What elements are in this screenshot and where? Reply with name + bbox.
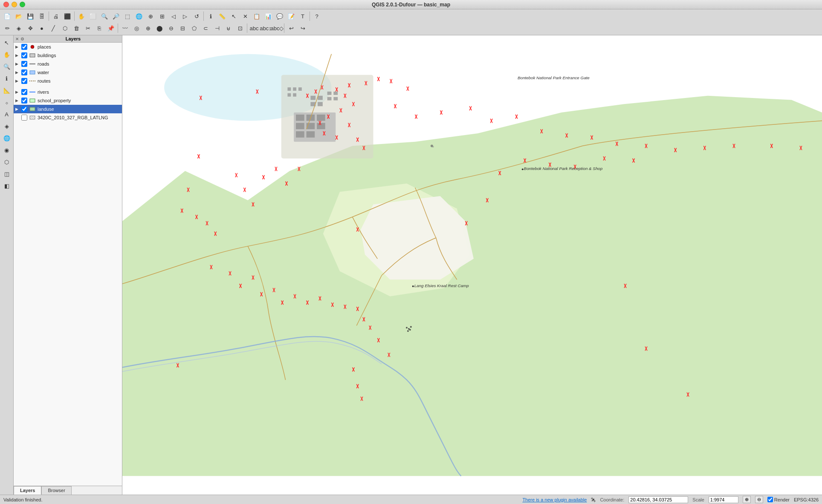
capture-point-button[interactable]: ● <box>36 23 47 34</box>
minimize-button[interactable] <box>12 2 17 7</box>
layer-item-landuse[interactable]: ▶ landuse <box>14 105 122 113</box>
panel-options-button[interactable]: ⚙ <box>20 37 24 41</box>
map-area[interactable]: Bontebok National Park Entrance Gate Bon… <box>122 35 822 495</box>
layer-item-buildings[interactable]: ▶ buildings <box>14 51 122 60</box>
annotation-button[interactable]: 📝 <box>286 11 297 22</box>
expand-icon-rivers[interactable]: ▶ <box>15 90 20 94</box>
layer-checkbox-rivers[interactable] <box>21 89 27 95</box>
help-button[interactable]: ? <box>311 11 322 22</box>
layer-checkbox-water[interactable] <box>21 69 27 75</box>
layer-item-water[interactable]: ▶ water <box>14 68 122 77</box>
zoom-out-scale-button[interactable]: ⊖ <box>755 496 763 503</box>
left-label-button[interactable]: A <box>1 109 12 120</box>
open-button[interactable]: 📂 <box>13 11 24 22</box>
split-features-button[interactable]: ⊣ <box>211 23 223 34</box>
undo-button[interactable]: ↩ <box>286 23 297 34</box>
reshape-button[interactable]: ⬠ <box>188 23 200 34</box>
left-select-button[interactable]: ↖ <box>1 37 12 48</box>
save-as-button[interactable]: 🗄 <box>36 11 47 22</box>
redo-button[interactable]: ↪ <box>297 23 308 34</box>
fill-ring-button[interactable]: ⬤ <box>154 23 165 34</box>
pan-button[interactable]: ✋ <box>76 11 87 22</box>
node-tool-button[interactable]: ◈ <box>13 23 24 34</box>
stats-button[interactable]: 📊 <box>263 11 274 22</box>
new-project-button[interactable]: 📄 <box>2 11 13 22</box>
zoom-full-button[interactable]: 🌐 <box>133 11 145 22</box>
offset-curve-button[interactable]: ⊂ <box>200 23 211 34</box>
select-button[interactable]: ↖ <box>228 11 239 22</box>
left-3d-button[interactable]: 🌐 <box>1 132 12 144</box>
delete-ring-button[interactable]: ⊖ <box>165 23 177 34</box>
layer-checkbox-landuse[interactable] <box>21 106 27 112</box>
label-button[interactable]: T <box>297 11 308 22</box>
zoom-selection-button[interactable]: ⊞ <box>156 11 168 22</box>
layer-checkbox-raster[interactable] <box>21 115 27 121</box>
zoom-layer-button[interactable]: ⊕ <box>145 11 156 22</box>
left-diagram-button[interactable]: ◈ <box>1 121 12 132</box>
left-node-button[interactable]: ◫ <box>1 168 12 179</box>
left-identify-button[interactable]: ℹ <box>1 73 12 84</box>
map-tips-button[interactable]: 💬 <box>274 11 285 22</box>
expand-icon-landuse[interactable]: ▶ <box>15 107 20 111</box>
layer-item-routes[interactable]: ▶ routes <box>14 77 122 85</box>
left-select2-button[interactable]: ◧ <box>1 180 12 191</box>
maximize-button[interactable] <box>20 2 25 7</box>
tab-browser[interactable]: Browser <box>41 486 71 495</box>
identify-button[interactable]: ℹ <box>205 11 216 22</box>
render-checkbox[interactable] <box>767 497 773 502</box>
merge-button[interactable]: ⊌ <box>223 23 234 34</box>
zoom-to-scale-button[interactable]: ⊕ <box>743 496 751 503</box>
left-measure-button[interactable]: 📐 <box>1 85 12 96</box>
panel-close-button[interactable]: ✕ <box>15 37 19 41</box>
plugin-available-link[interactable]: There is a new plugin available <box>522 497 587 502</box>
refresh-button[interactable]: ↺ <box>191 11 202 22</box>
close-button[interactable] <box>3 2 9 7</box>
zoom-rubber-band-button[interactable]: ⬚ <box>122 11 133 22</box>
expand-icon-roads[interactable]: ▶ <box>15 62 20 66</box>
capture-line-button[interactable]: ╱ <box>48 23 59 34</box>
copy-features-button[interactable]: ⎘ <box>94 23 105 34</box>
delete-part-button[interactable]: ⊟ <box>177 23 188 34</box>
zoom-previous-button[interactable]: ◁ <box>168 11 179 22</box>
expand-icon-routes[interactable]: ▶ <box>15 79 20 83</box>
left-zoom-in-button[interactable]: 🔍 <box>1 61 12 72</box>
scale-input[interactable] <box>709 496 738 503</box>
layer-item-rivers[interactable]: ▶ rivers <box>14 88 122 96</box>
pan-map-button[interactable]: ⬜ <box>87 11 98 22</box>
print-composer-button[interactable]: ⬛ <box>62 11 73 22</box>
zoom-in-button[interactable]: 🔍 <box>99 11 110 22</box>
left-pan-button[interactable]: ✋ <box>1 49 12 60</box>
layer-checkbox-buildings[interactable] <box>21 52 27 58</box>
cut-features-button[interactable]: ✂ <box>82 23 93 34</box>
layer-item-places[interactable]: ▶ places <box>14 43 122 51</box>
layer-checkbox-routes[interactable] <box>21 78 27 84</box>
add-ring-button[interactable]: ◎ <box>131 23 142 34</box>
move-button[interactable]: ✥ <box>25 23 36 34</box>
label-edit-button[interactable]: abc <box>249 23 260 34</box>
layer-checkbox-roads[interactable] <box>21 61 27 67</box>
expand-icon-water[interactable]: ▶ <box>15 70 20 75</box>
paste-features-button[interactable]: 📌 <box>105 23 116 34</box>
capture-polygon-button[interactable]: ⬡ <box>59 23 70 34</box>
layer-item-school-property[interactable]: ▶ school_property <box>14 96 122 105</box>
add-part-button[interactable]: ⊕ <box>142 23 153 34</box>
expand-icon-school-property[interactable]: ▶ <box>15 98 20 103</box>
open-table-button[interactable]: 📋 <box>251 11 262 22</box>
save-button[interactable]: 💾 <box>25 11 36 22</box>
left-gps-button[interactable]: ◉ <box>1 144 12 156</box>
tab-layers[interactable]: Layers <box>14 486 41 495</box>
expand-icon-places[interactable]: ▶ <box>15 45 20 49</box>
expand-icon-buildings[interactable]: ▶ <box>15 53 20 58</box>
left-feature-button[interactable]: ⬦ <box>1 97 12 108</box>
measure-button[interactable]: 📏 <box>217 11 228 22</box>
layer-item-roads[interactable]: ▶ roads <box>14 60 122 68</box>
deselect-button[interactable]: ✕ <box>240 11 251 22</box>
label-move-button[interactable]: abc↕ <box>260 23 271 34</box>
left-capture-button[interactable]: ⬡ <box>1 156 12 167</box>
delete-selected-button[interactable]: 🗑 <box>71 23 82 34</box>
node-attr-button[interactable]: ⊡ <box>234 23 246 34</box>
layer-checkbox-school-property[interactable] <box>21 98 27 104</box>
digitize-button[interactable]: ✏ <box>2 23 13 34</box>
zoom-next-button[interactable]: ▷ <box>179 11 191 22</box>
layer-checkbox-places[interactable] <box>21 44 27 50</box>
